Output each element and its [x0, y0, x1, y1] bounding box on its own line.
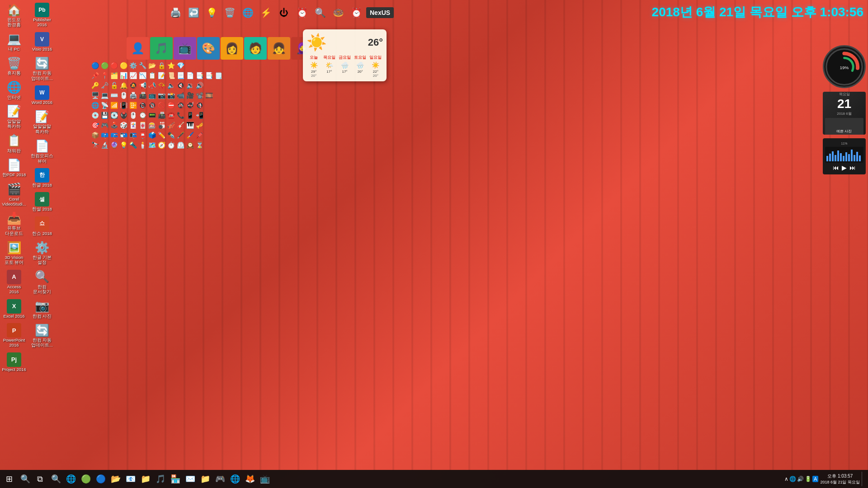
small-desktop-icon[interactable]: 📡	[100, 101, 109, 110]
desktop-icon[interactable]: 📷한컴 사진	[29, 297, 55, 320]
small-desktop-icon[interactable]: 📍	[100, 71, 109, 80]
top-toolbar-icon[interactable]: 💡	[203, 5, 220, 21]
small-desktop-icon[interactable]: 🔓	[109, 81, 118, 90]
small-desktop-icon[interactable]: 📉	[138, 71, 147, 80]
small-desktop-icon[interactable]: 🖱️	[119, 91, 128, 100]
tray-network[interactable]: 🌐	[789, 476, 796, 482]
taskbar-icon-internet-explorer[interactable]: 🌐	[64, 472, 78, 486]
small-desktop-icon[interactable]: ⏲️	[176, 141, 185, 150]
small-desktop-icon[interactable]: 🔊	[195, 81, 204, 90]
desktop-icon[interactable]: 📝알말알말 특카하	[29, 108, 55, 136]
small-desktop-icon[interactable]: 🖋️	[176, 131, 185, 140]
small-desktop-icon[interactable]: 🗝️	[100, 81, 109, 90]
top-toolbar-icon[interactable]: 🍩	[330, 5, 346, 21]
small-desktop-icon[interactable]: 📜	[166, 71, 175, 80]
small-desktop-icon[interactable]: 🕯️	[138, 141, 147, 150]
taskbar-icon-game[interactable]: 🎮	[213, 472, 227, 486]
small-desktop-icon[interactable]: 🚯	[195, 101, 204, 110]
small-desktop-icon[interactable]: 📵	[138, 101, 147, 110]
taskbar-icon-firefox[interactable]: 🦊	[243, 472, 257, 486]
desktop-icon[interactable]: 🌐인터넷	[1, 79, 27, 102]
small-desktop-icon[interactable]: 📣	[147, 81, 156, 90]
small-desktop-icon[interactable]: 💎	[176, 61, 185, 70]
taskbar-task-view[interactable]: ⧉	[33, 472, 47, 486]
small-desktop-icon[interactable]: 🎹	[185, 121, 194, 130]
small-desktop-icon[interactable]: ✏️	[157, 131, 166, 140]
small-desktop-icon[interactable]: 📳	[119, 101, 128, 110]
small-desktop-icon[interactable]: 📬	[119, 131, 128, 140]
small-desktop-icon[interactable]: 🎯	[90, 121, 99, 130]
small-desktop-icon[interactable]: 💽	[109, 111, 118, 120]
taskbar-icon-media[interactable]: 📺	[258, 472, 272, 486]
taskbar-icon-mail[interactable]: 📧	[123, 472, 138, 486]
small-desktop-icon[interactable]: 📮	[138, 131, 147, 140]
small-desktop-icon[interactable]: 📠	[138, 91, 147, 100]
taskbar-icon-folder[interactable]: 📁	[138, 472, 153, 486]
small-desktop-icon[interactable]: 📝	[157, 71, 166, 80]
small-desktop-icon[interactable]: 🔬	[100, 141, 109, 150]
small-desktop-icon[interactable]: 🔵	[90, 61, 99, 70]
profile-icon-3[interactable]: 🎨	[197, 37, 220, 60]
desktop-icon[interactable]: 📄한컴오피스 뷰어	[29, 137, 55, 165]
small-desktop-icon[interactable]: 🎥	[185, 91, 194, 100]
small-desktop-icon[interactable]: 🟡	[119, 61, 128, 70]
small-desktop-icon[interactable]: ☎️	[166, 111, 175, 120]
small-desktop-icon[interactable]: 💻	[100, 91, 109, 100]
taskbar-icon-nexus[interactable]: 🟢	[79, 472, 93, 486]
small-desktop-icon[interactable]: 🔴	[109, 61, 118, 70]
taskbar-clock[interactable]: 오후 1:03:572018 6월 21일 목요일	[820, 473, 860, 485]
weather-widget[interactable]: ☀️ 26° 오늘 ☀️ 29° 20° 목요일 🌤️ 17° 금요일 🌧️ 1…	[303, 29, 387, 81]
small-desktop-icon[interactable]: 🚭	[185, 101, 194, 110]
profile-icon-1[interactable]: 🎵	[150, 37, 173, 60]
desktop-icon[interactable]: 📥유튜브 다운로드	[1, 209, 27, 238]
small-desktop-icon[interactable]: 🔈	[166, 81, 175, 90]
small-desktop-icon[interactable]: 🎮	[100, 121, 109, 130]
taskbar-icon-folder2[interactable]: 📁	[198, 472, 212, 486]
small-desktop-icon[interactable]: 📹	[176, 91, 185, 100]
profile-icon-6[interactable]: 👧	[268, 37, 290, 60]
desktop-icon[interactable]: WWord 2016	[29, 84, 55, 107]
small-desktop-icon[interactable]: 🔔	[119, 81, 128, 90]
small-desktop-icon[interactable]: 🔭	[90, 141, 99, 150]
desktop-icon[interactable]: ⚙️한글 기본 설정	[29, 239, 55, 267]
small-desktop-icon[interactable]: 🔇	[176, 81, 185, 90]
small-desktop-icon[interactable]: 🗒️	[214, 71, 223, 80]
small-desktop-icon[interactable]: 📶	[109, 101, 118, 110]
small-desktop-icon[interactable]: 📂	[147, 61, 156, 70]
profile-icon-0[interactable]: 👤	[127, 37, 149, 60]
taskbar-icon-store[interactable]: 🏪	[168, 472, 183, 486]
taskbar-icon-chrome[interactable]: 🌐	[228, 472, 242, 486]
small-desktop-icon[interactable]: 🖨️	[128, 91, 137, 100]
small-desktop-icon[interactable]: 🚫	[157, 101, 166, 110]
small-desktop-icon[interactable]: 📽️	[195, 91, 204, 100]
nexus-button[interactable]: NexUS	[366, 7, 394, 18]
taskbar-icon-music[interactable]: 🎵	[153, 472, 168, 486]
small-desktop-icon[interactable]: 📞	[176, 111, 185, 120]
small-desktop-icon[interactable]: 🔧	[138, 61, 147, 70]
start-button[interactable]: ⊞	[0, 470, 18, 488]
small-desktop-icon[interactable]: 🎰	[147, 121, 156, 130]
desktop-icon[interactable]: VVisio 2016	[29, 30, 55, 53]
small-desktop-icon[interactable]: ⛔	[166, 101, 175, 110]
small-desktop-icon[interactable]: ✒️	[166, 131, 175, 140]
small-desktop-icon[interactable]: 📸	[166, 91, 175, 100]
small-desktop-icon[interactable]: 📺	[147, 91, 156, 100]
small-desktop-icon[interactable]: 📑	[195, 71, 204, 80]
small-desktop-icon[interactable]: 📄	[185, 71, 194, 80]
small-desktop-icon[interactable]: 📊	[119, 71, 128, 80]
small-desktop-icon[interactable]: ⌚	[138, 111, 147, 120]
small-desktop-icon[interactable]: 🔒	[157, 61, 166, 70]
show-desktop[interactable]	[862, 472, 864, 486]
top-toolbar-icon[interactable]: 🖨️	[167, 5, 184, 21]
small-desktop-icon[interactable]: 🎻	[166, 121, 175, 130]
desktop-icon[interactable]: 📝알말알 특카하	[1, 103, 27, 131]
tray-volume[interactable]: 🔊	[797, 476, 804, 482]
small-desktop-icon[interactable]: 📢	[138, 81, 147, 90]
desktop-icon[interactable]: 🏠윈도포 환경홈	[1, 1, 27, 29]
desktop-icon[interactable]: AAccess 2016	[1, 268, 27, 296]
small-desktop-icon[interactable]: 🎸	[176, 121, 185, 130]
small-desktop-icon[interactable]: 📱	[185, 111, 194, 120]
small-desktop-icon[interactable]: 📟	[147, 111, 156, 120]
small-desktop-icon[interactable]: 🔦	[128, 141, 137, 150]
desktop-icon[interactable]: 셀한설 2018	[29, 190, 55, 213]
